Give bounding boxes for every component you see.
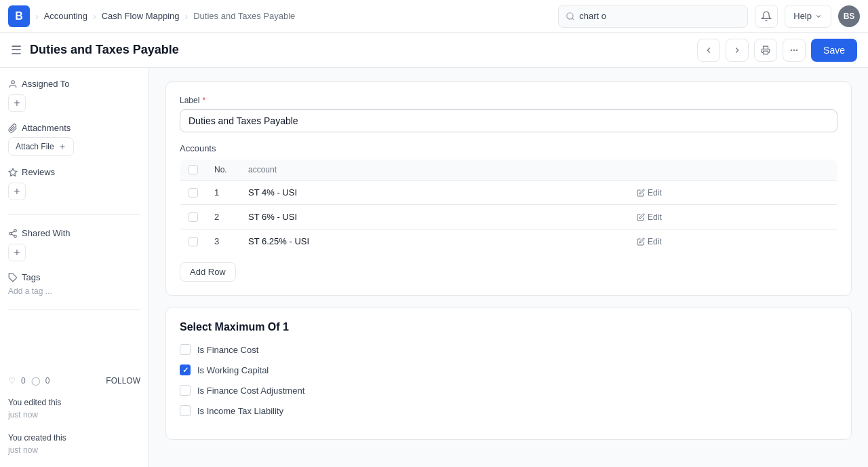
activity-action-2: created this [24, 433, 66, 443]
table-row: 3 ST 6.25% - USI Edit [180, 229, 837, 254]
add-tag-link[interactable]: Add a tag ... [8, 286, 140, 296]
more-button[interactable] [783, 39, 806, 62]
svg-point-4 [791, 50, 791, 50]
search-input[interactable] [579, 11, 741, 21]
add-row-button[interactable]: Add Row [180, 262, 236, 282]
header-actions: Save [697, 39, 857, 62]
svg-rect-1 [764, 51, 768, 54]
checkbox-row-1: Is Working Capital [180, 365, 837, 375]
assigned-to-header: Assigned To [8, 79, 140, 89]
edit-button-2[interactable]: Edit [637, 237, 829, 246]
next-button[interactable] [726, 39, 749, 62]
likes-count: 0 [21, 376, 26, 386]
shared-with-section: Shared With + [8, 228, 140, 261]
attachments-section: Attachments Attach File [8, 123, 140, 156]
attach-file-button[interactable]: Attach File [8, 137, 74, 156]
checkbox-row-0: Is Finance Cost [180, 344, 837, 355]
add-shared-button[interactable]: + [8, 244, 26, 261]
reviews-label: Reviews [22, 167, 55, 177]
chevron-left-icon [704, 45, 713, 55]
save-button[interactable]: Save [811, 39, 857, 62]
row-checkbox-2[interactable] [189, 237, 198, 246]
attach-file-label: Attach File [16, 142, 54, 151]
heart-icon: ♡ [8, 376, 16, 386]
select-all-checkbox[interactable] [189, 165, 198, 174]
accounts-section-title: Accounts [180, 143, 837, 153]
share-icon [8, 229, 18, 238]
checkbox-1[interactable] [180, 365, 191, 375]
print-button[interactable] [754, 39, 777, 62]
page-title: Duties and Taxes Payable [30, 43, 689, 57]
tags-label: Tags [22, 272, 40, 282]
breadcrumb-sep-3: › [185, 11, 189, 22]
breadcrumb-cashflow[interactable]: Cash Flow Mapping [102, 11, 180, 21]
select-max-title: Select Maximum Of 1 [180, 321, 837, 333]
row-checkbox-0[interactable] [189, 188, 198, 198]
add-review-button[interactable]: + [8, 183, 26, 200]
svg-point-0 [567, 12, 573, 18]
activity-item-1: You edited this just now [8, 396, 140, 421]
checkbox-2[interactable] [180, 385, 191, 396]
add-assigned-button[interactable]: + [8, 94, 26, 112]
label-card: Label * Accounts No. account [165, 81, 852, 296]
app-icon[interactable]: B [8, 5, 30, 27]
star-icon [8, 168, 18, 177]
row-number-0: 1 [206, 181, 240, 205]
notification-button[interactable] [755, 5, 778, 28]
breadcrumb-current: Duties and Taxes Payable [193, 11, 295, 21]
svg-line-13 [12, 231, 14, 232]
svg-point-9 [14, 229, 17, 232]
checkbox-0[interactable] [180, 344, 191, 355]
row-checkbox-1[interactable] [189, 212, 198, 222]
reviews-section: Reviews + [8, 167, 140, 200]
row-number-2: 3 [206, 229, 240, 254]
row-account-2: ST 6.25% - USI [240, 229, 629, 254]
sidebar-divider-1 [8, 214, 140, 214]
attachments-label: Attachments [22, 123, 71, 133]
sidebar-footer: ♡ 0 ◯ 0 FOLLOW [8, 376, 140, 386]
checkboxes-container: Is Finance Cost Is Working Capital Is Fi… [180, 344, 837, 416]
label-input[interactable] [180, 109, 837, 132]
checkbox-3[interactable] [180, 405, 191, 416]
help-button[interactable]: Help [785, 5, 831, 28]
shared-with-header: Shared With [8, 228, 140, 238]
table-row: 2 ST 6% - USI Edit [180, 205, 837, 229]
plus-icon [58, 143, 66, 151]
reviews-header: Reviews [8, 167, 140, 177]
checkbox-label-1: Is Working Capital [197, 365, 269, 375]
svg-point-3 [797, 50, 797, 50]
accounts-table: No. account 1 ST 4% - USI Edit 2 ST 6% -… [180, 159, 837, 254]
breadcrumb-accounting[interactable]: Accounting [44, 11, 87, 21]
person-icon [8, 79, 18, 89]
svg-marker-8 [9, 168, 17, 176]
edit-button-1[interactable]: Edit [637, 212, 829, 222]
more-icon [789, 45, 799, 55]
activity-time-1: just now [8, 410, 38, 419]
prev-button[interactable] [697, 39, 720, 62]
activity-user-2: You [8, 433, 22, 443]
chevron-down-icon [814, 12, 823, 20]
svg-line-12 [12, 234, 14, 235]
table-header-checkbox [180, 160, 207, 181]
checkbox-label-3: Is Income Tax Liability [197, 406, 283, 416]
svg-point-5 [12, 80, 15, 83]
svg-point-11 [14, 235, 17, 238]
table-header-actions [629, 160, 837, 181]
assigned-to-label: Assigned To [22, 79, 70, 89]
checkbox-label-0: Is Finance Cost [197, 345, 258, 355]
edit-button-0[interactable]: Edit [637, 188, 829, 198]
label-field-label: Label * [180, 96, 837, 105]
avatar[interactable]: BS [838, 5, 860, 27]
row-account-1: ST 6% - USI [240, 205, 629, 229]
activity-user-1: You [8, 398, 22, 407]
checkbox-label-2: Is Finance Cost Adjustment [197, 386, 304, 396]
search-box[interactable] [558, 5, 748, 28]
attachments-header: Attachments [8, 123, 140, 133]
menu-icon[interactable]: ☰ [11, 43, 22, 58]
activity-action-1: edited this [24, 398, 62, 407]
tag-icon [8, 273, 18, 282]
follow-button[interactable]: FOLLOW [106, 376, 140, 386]
footer-counts: ♡ 0 ◯ 0 [8, 376, 50, 386]
print-icon [761, 45, 770, 55]
select-max-card: Select Maximum Of 1 Is Finance Cost Is W… [165, 307, 852, 440]
